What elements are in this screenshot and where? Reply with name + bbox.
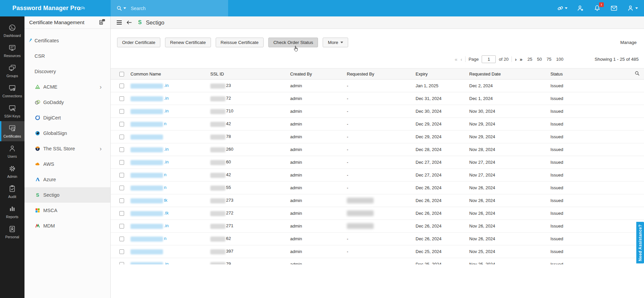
sidebar-item-certificates[interactable]: Certificates [0, 121, 24, 141]
common-name-link[interactable]: n [164, 185, 166, 190]
feedback-icon[interactable] [99, 18, 106, 27]
row-checkbox[interactable] [119, 109, 124, 114]
common-name-link[interactable]: .in [164, 83, 169, 88]
row-checkbox[interactable] [119, 262, 124, 264]
row-checkbox[interactable] [119, 122, 124, 127]
page-size-100[interactable]: 100 [556, 57, 564, 62]
page-size-25[interactable]: 25 [528, 57, 532, 62]
search-input[interactable] [131, 6, 211, 11]
requested-by-cell [347, 207, 416, 220]
row-checkbox[interactable] [119, 186, 124, 190]
common-name-link[interactable]: .in [164, 223, 169, 228]
column-header[interactable]: Requested By [347, 68, 416, 80]
collapse-panel-icon[interactable] [117, 20, 122, 24]
column-header[interactable]: SSL ID [210, 68, 290, 80]
panel-item-acme[interactable]: ACME › [24, 79, 110, 95]
last-page-icon[interactable]: » [520, 57, 522, 62]
redacted-common-name [130, 249, 163, 254]
created-by-cell: admin [290, 220, 347, 233]
sidebar-item-admin[interactable]: Admin [0, 161, 24, 182]
page-input[interactable] [482, 55, 496, 63]
check-order-status-button[interactable]: Check Order Status [268, 38, 318, 47]
bell-icon[interactable]: ! [593, 4, 601, 12]
azure-icon [35, 177, 41, 183]
panel-item-msca[interactable]: MSCA [24, 203, 110, 218]
common-name-link[interactable]: tk [164, 198, 167, 203]
panel-item-certificates[interactable]: Certificates [24, 33, 110, 48]
panel-item-mdm[interactable]: MDM [24, 218, 110, 234]
sidebar-item-ssh-keys[interactable]: SSH Keys [0, 101, 24, 121]
manage-link[interactable]: Manage [620, 40, 637, 45]
common-name-link[interactable]: .tk [164, 210, 169, 215]
expiry-cell: Dec 26, 2024 [416, 220, 469, 233]
sidebar-item-personal[interactable]: Personal [0, 222, 24, 242]
order-certificate-button[interactable]: Order Certificate [117, 38, 160, 47]
column-header[interactable]: Requested Date [469, 68, 550, 80]
panel-item-digicert[interactable]: DigiCert [24, 110, 110, 126]
panel-item-discovery[interactable]: Discovery [24, 64, 110, 79]
sidebar-item-resources[interactable]: Resources [0, 41, 24, 61]
panel-item-azure[interactable]: Azure [24, 172, 110, 187]
sidebar-item-audit[interactable]: Audit [0, 182, 24, 202]
common-name-link[interactable]: .in [164, 159, 169, 164]
global-search[interactable] [111, 0, 228, 16]
row-checkbox[interactable] [119, 249, 124, 254]
certificates-icon [8, 124, 16, 133]
link-icon[interactable] [556, 4, 568, 12]
panel-item-globalsign[interactable]: GlobalSign [24, 126, 110, 141]
common-name-link[interactable]: n [164, 236, 166, 241]
common-name-link[interactable]: .in [164, 96, 169, 101]
select-all-checkbox[interactable] [119, 72, 124, 77]
panel-item-sectigo[interactable]: Sectigo [24, 187, 110, 203]
table-search-icon[interactable] [634, 72, 640, 77]
common-name-link[interactable]: n [164, 121, 166, 126]
row-checkbox[interactable] [119, 147, 124, 152]
row-checkbox[interactable] [119, 135, 124, 139]
acme-icon [35, 84, 41, 90]
redacted-common-name [130, 186, 163, 191]
sidebar-item-users[interactable]: Users [0, 141, 24, 161]
row-checkbox[interactable] [119, 160, 124, 165]
sidebar-item-groups[interactable]: Groups [0, 61, 24, 81]
row-checkbox[interactable] [119, 237, 124, 241]
mail-icon[interactable] [610, 4, 618, 12]
row-checkbox[interactable] [119, 211, 124, 216]
search-scope-caret-icon[interactable] [123, 7, 126, 9]
page-size-50[interactable]: 50 [537, 57, 542, 62]
next-page-icon[interactable]: › [515, 57, 517, 62]
profile-icon[interactable] [627, 4, 638, 12]
row-checkbox[interactable] [119, 84, 124, 88]
dashboard-icon [8, 23, 16, 32]
user-star-icon[interactable] [577, 4, 584, 12]
more-button[interactable]: More [323, 38, 348, 47]
row-checkbox[interactable] [119, 198, 124, 203]
sidebar-item-reports[interactable]: Reports [0, 202, 24, 222]
sidebar-item-connections[interactable]: Connections [0, 81, 24, 101]
common-name-link[interactable]: .in [164, 108, 169, 113]
sidebar-item-dashboard[interactable]: Dashboard [0, 20, 24, 41]
panel-item-the-ssl-store[interactable]: The SSL Store › [24, 141, 110, 156]
created-by-cell: admin [290, 258, 347, 265]
first-page-icon[interactable]: « [455, 57, 458, 62]
panel-item-csr[interactable]: CSR [24, 48, 110, 64]
reissue-certificate-button[interactable]: Reissue Certificate [216, 38, 264, 47]
common-name-link[interactable]: .in [164, 261, 169, 264]
redacted-ssl-id [210, 122, 225, 127]
back-arrow-icon[interactable] [126, 19, 132, 26]
column-header[interactable]: Common Name [130, 68, 210, 80]
column-header[interactable]: Created By [290, 68, 347, 80]
page-size-75[interactable]: 75 [546, 57, 551, 62]
need-assistance-tab[interactable]: Need Assistance? [636, 222, 644, 263]
prev-page-icon[interactable]: ‹ [461, 57, 462, 62]
column-header[interactable]: Expiry [416, 68, 469, 80]
row-checkbox[interactable] [119, 173, 124, 178]
column-header[interactable]: Status [550, 68, 633, 80]
common-name-link[interactable]: .in [164, 147, 169, 152]
panel-item-aws[interactable]: AWS [24, 156, 110, 172]
row-checkbox[interactable] [119, 224, 124, 229]
row-checkbox[interactable] [119, 96, 124, 101]
common-name-link[interactable]: n [164, 172, 166, 177]
panel-item-godaddy[interactable]: GoDaddy [24, 95, 110, 110]
renew-certificate-button[interactable]: Renew Certificate [165, 38, 211, 47]
requested-date-cell: Nov 26, 2024 [469, 182, 550, 194]
